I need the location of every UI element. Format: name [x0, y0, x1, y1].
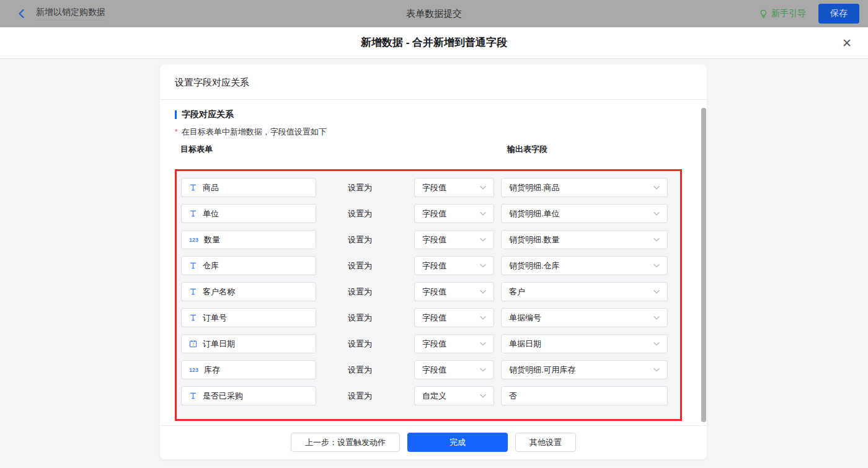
relation-label: 设置为 — [348, 282, 372, 301]
note-text: 在目标表单中新增数据，字段值设置如下 — [182, 127, 327, 136]
value-type-select[interactable]: 字段值 — [414, 204, 494, 223]
field-mapping-row: 商品设置为字段值销货明细.商品 — [177, 178, 680, 197]
target-field-box[interactable]: 123库存 — [181, 360, 316, 379]
chevron-down-icon — [653, 342, 660, 346]
text-field-icon — [189, 183, 197, 192]
output-value-label: 销货明细.仓库 — [509, 260, 653, 272]
output-value-label: 销货明细.商品 — [509, 182, 653, 193]
text-field-icon — [189, 210, 197, 218]
chevron-down-icon — [480, 290, 486, 294]
target-field-label: 是否已采购 — [203, 391, 243, 402]
chevron-down-icon — [653, 264, 660, 268]
chevron-down-icon — [480, 212, 486, 216]
relation-label: 设置为 — [348, 308, 372, 327]
value-type-label: 字段值 — [422, 234, 480, 245]
chevron-down-icon — [480, 264, 486, 268]
value-type-label: 字段值 — [422, 208, 480, 219]
output-field-select[interactable]: 单据编号 — [501, 308, 668, 327]
other-settings-button[interactable]: 其他设置 — [515, 433, 576, 452]
guide-label: 新手引导 — [771, 8, 806, 19]
target-field-label: 单位 — [203, 208, 219, 219]
output-value-label: 否 — [509, 391, 660, 402]
target-field-label: 库存 — [204, 364, 220, 376]
value-type-select[interactable]: 字段值 — [414, 308, 494, 327]
target-field-box[interactable]: 客户名称 — [181, 282, 316, 301]
close-icon[interactable]: ✕ — [842, 27, 852, 58]
target-field-box[interactable]: 订单号 — [181, 308, 316, 327]
footer-buttons: 上一步：设置触发动作 完成 其他设置 — [160, 433, 707, 452]
done-button[interactable]: 完成 — [407, 433, 508, 452]
output-field-column-header: 输出表字段 — [507, 144, 547, 155]
relation-label: 设置为 — [348, 360, 372, 379]
output-field-select[interactable]: 客户 — [501, 282, 668, 301]
value-type-select[interactable]: 字段值 — [414, 230, 494, 249]
value-type-select[interactable]: 字段值 — [414, 334, 494, 353]
chevron-down-icon — [480, 394, 486, 398]
back-icon[interactable] — [16, 8, 27, 19]
chevron-down-icon — [480, 238, 486, 242]
output-field-select[interactable]: 销货明细.单位 — [501, 204, 668, 223]
relation-label: 设置为 — [348, 204, 372, 223]
relation-label: 设置为 — [348, 178, 372, 197]
target-field-label: 商品 — [203, 182, 219, 193]
output-value-label: 单据编号 — [509, 312, 653, 324]
target-field-label: 客户名称 — [203, 286, 235, 298]
chevron-down-icon — [653, 290, 660, 294]
scrollbar-thumb[interactable] — [701, 108, 706, 422]
text-field-icon — [189, 288, 197, 296]
field-mapping-row: 单位设置为字段值销货明细.单位 — [177, 204, 680, 223]
number-field-icon: 123 — [189, 237, 198, 243]
value-type-select[interactable]: 自定义 — [414, 386, 494, 405]
flow-title[interactable]: 新增以销定购数据 — [36, 7, 105, 20]
target-field-box[interactable]: 是否已采购 — [181, 386, 316, 405]
custom-value-input[interactable]: 否 — [501, 386, 668, 405]
field-mapping-row: 仓库设置为字段值销货明细.仓库 — [177, 256, 680, 275]
value-type-select[interactable]: 字段值 — [414, 282, 494, 301]
required-asterisk: * — [175, 128, 178, 136]
output-value-label: 单据日期 — [509, 338, 653, 350]
svg-text:7: 7 — [192, 342, 195, 347]
value-type-label: 字段值 — [422, 364, 480, 376]
value-type-label: 自定义 — [422, 391, 480, 402]
value-type-label: 字段值 — [422, 286, 480, 298]
field-mapping-row: 7订单日期设置为字段值单据日期 — [177, 334, 680, 353]
output-field-select[interactable]: 销货明细.可用库存 — [501, 360, 668, 379]
save-button[interactable]: 保存 — [818, 4, 859, 24]
beginner-guide-link[interactable]: 新手引导 — [759, 8, 806, 19]
chevron-down-icon — [653, 186, 660, 190]
field-mapping-row: 客户名称设置为字段值客户 — [177, 282, 680, 301]
output-field-select[interactable]: 销货明细.商品 — [501, 178, 668, 197]
chevron-down-icon — [653, 238, 660, 242]
modal-header: 新增数据 - 合并新增到普通字段 ✕ — [0, 27, 868, 59]
value-type-select[interactable]: 字段值 — [414, 360, 494, 379]
chevron-down-icon — [653, 316, 660, 320]
section-title: 字段对应关系 — [175, 109, 234, 120]
field-mapping-row: 是否已采购设置为自定义否 — [177, 386, 680, 405]
text-field-icon — [189, 314, 197, 322]
lightbulb-icon — [759, 9, 768, 19]
output-value-label: 销货明细.可用库存 — [509, 364, 653, 376]
date-field-icon: 7 — [189, 340, 197, 348]
top-bar: 新增以销定购数据 表单数据提交 新手引导 保存 — [0, 0, 868, 27]
value-type-select[interactable]: 字段值 — [414, 256, 494, 275]
target-field-box[interactable]: 商品 — [181, 178, 316, 197]
field-mapping-area: 商品设置为字段值销货明细.商品单位设置为字段值销货明细.单位123数量设置为字段… — [175, 169, 682, 421]
target-field-label: 数量 — [204, 234, 220, 245]
footer-divider — [160, 425, 707, 426]
output-field-select[interactable]: 单据日期 — [501, 334, 668, 353]
target-field-box[interactable]: 仓库 — [181, 256, 316, 275]
target-form-column-header: 目标表单 — [180, 144, 213, 155]
output-field-select[interactable]: 销货明细.数量 — [501, 230, 668, 249]
text-field-icon — [189, 392, 197, 400]
chevron-down-icon — [653, 368, 660, 372]
target-field-box[interactable]: 单位 — [181, 204, 316, 223]
mapping-note: *在目标表单中新增数据，字段值设置如下 — [175, 126, 327, 138]
target-field-box[interactable]: 7订单日期 — [181, 334, 316, 353]
target-field-box[interactable]: 123数量 — [181, 230, 316, 249]
value-type-select[interactable]: 字段值 — [414, 178, 494, 197]
number-field-icon: 123 — [189, 367, 198, 373]
modal-body: 设置字段对应关系 字段对应关系 *在目标表单中新增数据，字段值设置如下 目标表单… — [0, 59, 868, 468]
value-type-label: 字段值 — [422, 260, 480, 272]
prev-step-button[interactable]: 上一步：设置触发动作 — [291, 433, 400, 452]
output-field-select[interactable]: 销货明细.仓库 — [501, 256, 668, 275]
